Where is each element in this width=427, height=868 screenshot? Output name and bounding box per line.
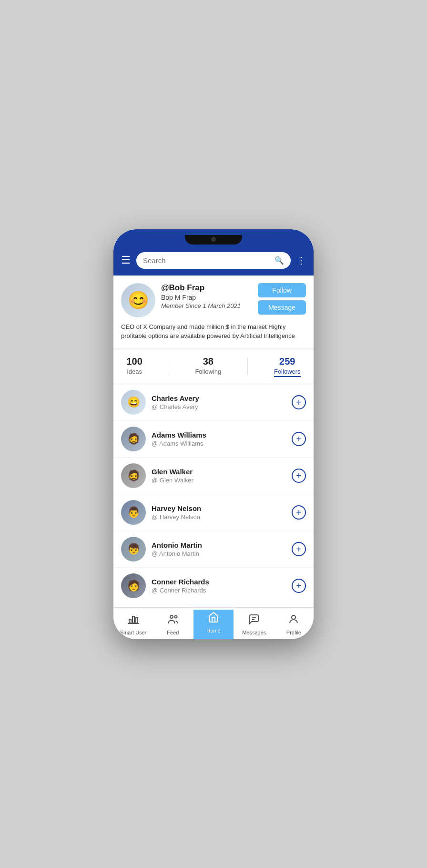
follower-info: Glen Walker @ Glen Walker: [152, 468, 286, 484]
profile-section: 😊 @Bob Frap Bob M Frap Member Since 1 Ma…: [113, 276, 314, 349]
profile-buttons: Follow Message: [258, 283, 306, 315]
following-label: Following: [195, 368, 221, 375]
smart-user-nav-icon: [128, 613, 139, 628]
notch-area: ☰ 🔍 ⋮: [113, 229, 314, 276]
follower-info: Conner Richards @ Conner Richards: [152, 578, 286, 594]
follower-name: Harvey Nelson: [152, 504, 286, 512]
stat-divider-1: [169, 358, 169, 375]
profile-nav-label: Profile: [286, 630, 301, 635]
ideas-label: Ideas: [127, 368, 142, 375]
follower-name: Glen Walker: [152, 468, 286, 476]
feed-nav-label: Feed: [167, 630, 179, 635]
follower-name: Conner Richards: [152, 578, 286, 586]
list-item: 🧔 Glen Walker @ Glen Walker +: [113, 458, 314, 494]
header: ☰ 🔍 ⋮: [113, 248, 314, 276]
hamburger-icon[interactable]: ☰: [121, 255, 131, 266]
profile-handle: @Bob Frap: [161, 283, 252, 293]
nav-item-feed[interactable]: Feed: [153, 612, 193, 637]
follower-info: Antonio Martin @ Antonio Martin: [152, 541, 286, 557]
nav-item-home[interactable]: Home: [193, 610, 233, 639]
profile-top: 😊 @Bob Frap Bob M Frap Member Since 1 Ma…: [121, 283, 306, 317]
smart-user-nav-label: Smart User: [120, 630, 147, 635]
nav-item-smart-user[interactable]: Smart User: [113, 612, 153, 637]
follower-handle: @ Harvey Nelson: [152, 513, 286, 521]
content-area: 😊 @Bob Frap Bob M Frap Member Since 1 Ma…: [113, 276, 314, 607]
follower-avatar: 🧔: [121, 463, 146, 488]
follower-avatar: 👨: [121, 500, 146, 525]
nav-item-messages[interactable]: Messages: [234, 612, 274, 637]
profile-info: @Bob Frap Bob M Frap Member Since 1 Marc…: [161, 283, 252, 309]
svg-point-5: [174, 615, 177, 618]
profile-member-since: Member Since 1 March 2021: [161, 302, 252, 309]
message-button[interactable]: Message: [258, 300, 306, 315]
follower-info: Harvey Nelson @ Harvey Nelson: [152, 504, 286, 521]
follower-handle: @ Antonio Martin: [152, 550, 286, 557]
follower-handle: @ Charles Avery: [152, 403, 286, 410]
avatar: 😊: [121, 283, 155, 317]
ideas-count: 100: [126, 356, 142, 367]
follower-info: Charles Avery @ Charles Avery: [152, 394, 286, 410]
follower-handle: @ Adams Williams: [152, 440, 286, 447]
phone-frame: ☰ 🔍 ⋮ 😊 @Bob Frap Bob M Frap Member Sinc…: [113, 229, 314, 639]
stat-divider-2: [247, 358, 248, 375]
svg-point-8: [292, 615, 295, 619]
followers-list: 😄 Charles Avery @ Charles Avery + 🧔 Adam…: [113, 384, 314, 607]
follower-name: Adams Williams: [152, 431, 286, 439]
stats-row: 100 Ideas 38 Following 259 Followers: [113, 349, 314, 384]
svg-point-4: [170, 615, 173, 618]
followers-count: 259: [279, 356, 295, 367]
follower-avatar: 🧔: [121, 427, 146, 451]
nav-item-profile[interactable]: Profile: [274, 612, 314, 637]
follower-name: Antonio Martin: [152, 541, 286, 549]
search-input[interactable]: [143, 256, 271, 265]
messages-nav-icon: [248, 613, 260, 628]
follower-avatar: 👦: [121, 537, 146, 562]
profile-bio: CEO of X Company and made million $ in t…: [121, 322, 306, 341]
svg-rect-1: [132, 616, 134, 623]
search-bar[interactable]: 🔍: [136, 252, 291, 269]
more-options-icon[interactable]: ⋮: [296, 255, 306, 266]
add-follower-button[interactable]: +: [292, 542, 306, 556]
messages-nav-label: Messages: [242, 630, 266, 635]
stat-followers[interactable]: 259 Followers: [274, 356, 301, 377]
follower-handle: @ Glen Walker: [152, 477, 286, 484]
follow-button[interactable]: Follow: [258, 283, 306, 297]
follower-avatar: 🧑: [121, 573, 146, 598]
search-icon: 🔍: [274, 256, 284, 265]
add-follower-button[interactable]: +: [292, 395, 306, 409]
feed-nav-icon: [167, 613, 179, 628]
follower-name: Charles Avery: [152, 394, 286, 402]
list-item: 👨 Harvey Nelson @ Harvey Nelson +: [113, 494, 314, 531]
svg-rect-0: [129, 619, 131, 623]
follower-info: Adams Williams @ Adams Williams: [152, 431, 286, 447]
home-nav-label: Home: [206, 628, 220, 633]
svg-rect-2: [136, 618, 138, 623]
profile-nav-icon: [288, 613, 299, 628]
add-follower-button[interactable]: +: [292, 505, 306, 520]
list-item: 🧑 Conner Richards @ Conner Richards +: [113, 568, 314, 604]
stat-ideas[interactable]: 100 Ideas: [126, 356, 142, 377]
profile-name: Bob M Frap: [161, 294, 252, 301]
add-follower-button[interactable]: +: [292, 469, 306, 483]
followers-label: Followers: [274, 368, 301, 377]
following-count: 38: [203, 356, 214, 367]
stat-following[interactable]: 38 Following: [195, 356, 221, 377]
bottom-nav: Smart User Feed Home Messages Profile: [113, 607, 314, 639]
add-follower-button[interactable]: +: [292, 579, 306, 593]
notch: [185, 235, 242, 245]
list-item: 🧔 Adams Williams @ Adams Williams +: [113, 421, 314, 458]
add-follower-button[interactable]: +: [292, 432, 306, 446]
home-nav-icon: [208, 612, 219, 626]
list-item: 😄 Charles Avery @ Charles Avery +: [113, 384, 314, 421]
follower-avatar: 😄: [121, 390, 146, 415]
follower-handle: @ Conner Richards: [152, 587, 286, 594]
list-item: 👦 Antonio Martin @ Antonio Martin +: [113, 531, 314, 568]
